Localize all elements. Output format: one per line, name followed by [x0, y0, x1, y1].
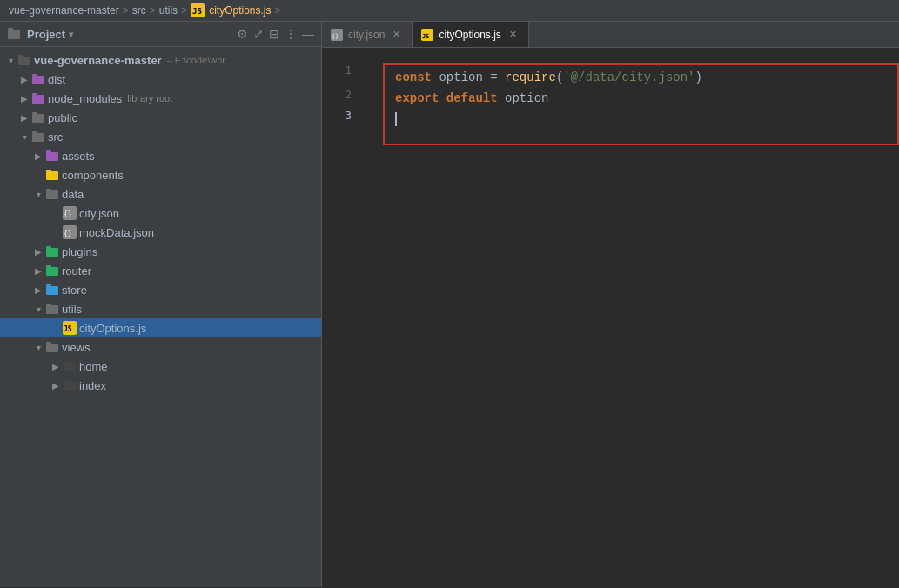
svg-rect-25: [46, 246, 51, 249]
text-cursor: [395, 112, 397, 126]
breadcrumb-item[interactable]: src: [132, 4, 146, 17]
tab-city-json[interactable]: {} city.json ✕: [322, 22, 413, 47]
tree-item-node-modules[interactable]: ▶ node_modules library root: [0, 89, 321, 108]
mockdata-json-label: mockData.json: [79, 226, 154, 239]
tree-item-mockdata-json[interactable]: {} mockData.json: [0, 223, 321, 242]
cog-icon[interactable]: ⚙: [237, 27, 248, 41]
svg-rect-30: [46, 305, 58, 314]
line-number-3: 3: [322, 109, 366, 145]
router-caret: ▶: [31, 264, 45, 277]
router-label: router: [62, 264, 91, 277]
tree-item-utils[interactable]: ▾ utils: [0, 299, 321, 318]
city-json-label: city.json: [79, 207, 119, 220]
svg-rect-29: [46, 284, 51, 287]
svg-rect-14: [46, 152, 58, 161]
utils-folder-icon: [45, 302, 59, 316]
line-number-2: 2: [322, 88, 366, 109]
router-folder-icon: [45, 264, 59, 277]
root-subtitle: – E:\code\wor: [167, 55, 225, 65]
node-modules-label: node_modules: [48, 92, 122, 105]
assets-caret: ▶: [31, 149, 45, 163]
tab-city-options-js[interactable]: JS cityOptions.js ✕: [413, 22, 528, 47]
city-options-tab-close[interactable]: ✕: [507, 28, 520, 41]
plugins-folder-icon: [45, 244, 59, 258]
breadcrumb-item[interactable]: vue-governance-master: [9, 4, 119, 17]
city-json-tab-label: city.json: [348, 29, 385, 41]
svg-rect-38: [64, 382, 76, 391]
sidebar-title: Project: [27, 28, 65, 41]
root-label: vue-governance-master: [34, 54, 162, 67]
tree-item-city-json[interactable]: {} city.json: [0, 204, 321, 223]
data-folder-icon: [45, 187, 59, 201]
close-icon[interactable]: —: [302, 27, 314, 41]
svg-rect-28: [46, 286, 58, 295]
svg-rect-34: [46, 344, 58, 352]
svg-rect-9: [32, 93, 37, 96]
tree-item-dist[interactable]: ▶ dist: [0, 70, 321, 89]
tree-item-views[interactable]: ▾ views: [0, 337, 321, 357]
breadcrumb: vue-governance-master > src > utils > JS…: [0, 0, 899, 22]
svg-rect-7: [32, 74, 37, 77]
editor-content[interactable]: 1 const option = require('@/data/city.js…: [322, 48, 899, 587]
js-file-icon: JS: [191, 3, 205, 17]
src-label: src: [48, 130, 63, 144]
svg-text:JS: JS: [64, 325, 72, 333]
svg-rect-31: [46, 304, 51, 306]
assets-folder-icon: [45, 149, 59, 163]
tree-item-data[interactable]: ▾ data: [0, 184, 321, 204]
city-json-tab-close[interactable]: ✕: [390, 28, 403, 41]
tree-item-src[interactable]: ▾ src: [0, 127, 321, 146]
tree-item-public[interactable]: ▶ public: [0, 108, 321, 127]
home-caret: ▶: [49, 359, 63, 373]
tree-item-router[interactable]: ▶ router: [0, 261, 321, 280]
tab-bar: {} city.json ✕ JS cityOptions.js ✕: [322, 22, 899, 48]
editor-area: {} city.json ✕ JS cityOptions.js ✕ 1: [322, 22, 899, 587]
index-caret: ▶: [49, 378, 63, 392]
breadcrumb-item[interactable]: utils: [159, 4, 178, 17]
svg-text:{}: {}: [64, 230, 72, 237]
tree-item-components[interactable]: components: [0, 165, 321, 184]
ellipsis-icon[interactable]: ⋮: [285, 27, 297, 41]
tree-item-home[interactable]: ▶ home: [0, 357, 321, 376]
file-tree: ▾ vue-governance-master – E:\code\wor ▶ …: [0, 47, 321, 587]
public-label: public: [48, 111, 77, 124]
line-number-1: 1: [322, 63, 366, 88]
svg-rect-19: [46, 189, 51, 191]
svg-rect-36: [64, 363, 76, 371]
tree-root[interactable]: ▾ vue-governance-master – E:\code\wor: [0, 50, 321, 70]
svg-rect-2: [8, 30, 20, 39]
code-line-3-text: [395, 112, 397, 126]
svg-rect-39: [64, 380, 69, 383]
tree-item-store[interactable]: ▶ store: [0, 280, 321, 299]
expand-icon[interactable]: ⤢: [253, 27, 264, 41]
city-json-tab-icon: {}: [331, 29, 343, 41]
utils-label: utils: [62, 303, 82, 316]
breadcrumb-sep: >: [150, 4, 156, 17]
code-line-2-text: export default option: [395, 91, 548, 105]
plugins-caret: ▶: [31, 244, 45, 258]
root-caret: ▾: [3, 53, 17, 67]
dist-caret: ▶: [17, 72, 31, 86]
root-folder-icon: [17, 53, 31, 67]
chevron-down-icon[interactable]: ▾: [69, 30, 73, 39]
svg-text:{}: {}: [332, 32, 339, 39]
tree-item-index[interactable]: ▶ index: [0, 376, 321, 395]
data-label: data: [62, 188, 84, 201]
svg-text:{}: {}: [64, 210, 72, 218]
sidebar-title-area: Project ▾: [7, 27, 73, 41]
svg-rect-26: [46, 267, 58, 276]
tree-item-assets[interactable]: ▶ assets: [0, 146, 321, 165]
home-label: home: [79, 360, 108, 373]
collapse-icon[interactable]: ⊟: [269, 27, 279, 41]
code-line-2-box: export default option: [383, 88, 899, 109]
sidebar-header: Project ▾ ⚙ ⤢ ⊟ ⋮ —: [0, 22, 321, 47]
tree-item-plugins[interactable]: ▶ plugins: [0, 242, 321, 261]
code-line-wrapper-2: 2 export default option: [322, 88, 899, 109]
svg-rect-13: [32, 131, 37, 134]
src-caret: ▾: [17, 130, 31, 144]
tree-item-city-options[interactable]: JS cityOptions.js: [0, 318, 321, 337]
city-options-js-icon: JS: [63, 321, 77, 335]
svg-rect-27: [46, 265, 51, 268]
data-caret: ▾: [31, 187, 45, 201]
breadcrumb-sep: >: [123, 4, 129, 17]
